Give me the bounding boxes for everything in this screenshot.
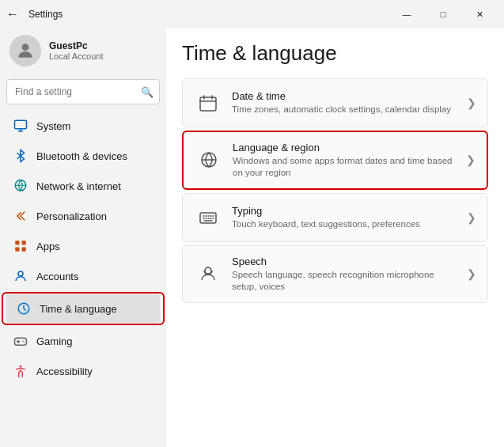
back-button[interactable]: ← (6, 7, 19, 21)
datetime-desc: Time zones, automatic clock settings, ca… (232, 104, 460, 116)
speech-desc: Speech language, speech recognition micr… (232, 269, 460, 293)
typing-icon (194, 203, 222, 232)
speech-icon (194, 259, 222, 288)
system-icon (13, 118, 28, 134)
svg-rect-5 (22, 248, 26, 252)
maximize-button[interactable]: □ (425, 2, 461, 27)
page-title: Time & language (182, 41, 488, 66)
window-title: Settings (28, 9, 63, 20)
setting-language[interactable]: Language & region Windows and some apps … (182, 131, 488, 190)
sidebar-item-apps[interactable]: Apps (3, 232, 163, 260)
sidebar: GuestPc Local Account 🔍 System (0, 28, 166, 447)
svg-point-15 (205, 267, 211, 274)
language-desc: Windows and some apps format dates and t… (233, 155, 460, 179)
setting-typing[interactable]: Typing Touch keyboard, text suggestions,… (182, 193, 488, 242)
sidebar-item-accounts-label: Accounts (36, 271, 78, 282)
network-icon (13, 178, 28, 194)
speech-text: Speech Speech language, speech recogniti… (232, 256, 460, 293)
user-info: GuestPc Local Account (49, 40, 104, 61)
svg-rect-12 (200, 97, 216, 111)
user-name: GuestPc (49, 40, 104, 51)
search-icon: 🔍 (141, 86, 153, 98)
language-text: Language & region Windows and some apps … (233, 142, 460, 179)
setting-speech[interactable]: Speech Speech language, speech recogniti… (182, 245, 488, 303)
speech-chevron: ❯ (467, 267, 476, 280)
search-input[interactable] (6, 79, 160, 104)
gaming-icon (13, 333, 28, 349)
datetime-text: Date & time Time zones, automatic clock … (232, 90, 460, 116)
user-account: Local Account (49, 51, 104, 61)
sidebar-item-apps-label: Apps (36, 241, 60, 252)
user-section: GuestPc Local Account (0, 28, 166, 76)
setting-datetime[interactable]: Date & time Time zones, automatic clock … (182, 78, 488, 127)
sidebar-item-system[interactable]: System (3, 112, 163, 140)
title-bar: ← Settings — □ ✕ (0, 0, 504, 28)
language-icon (195, 146, 223, 174)
apps-icon (13, 238, 28, 254)
datetime-icon (194, 89, 222, 117)
minimize-button[interactable]: — (388, 2, 425, 27)
typing-text: Typing Touch keyboard, text suggestions,… (232, 205, 460, 230)
datetime-title: Date & time (232, 90, 460, 102)
main-content: Time & language Date & time Time zones, … (166, 28, 504, 447)
datetime-chevron: ❯ (467, 97, 476, 109)
language-title: Language & region (233, 142, 460, 153)
svg-point-10 (24, 342, 25, 343)
content-area: GuestPc Local Account 🔍 System (0, 28, 504, 447)
sidebar-item-gaming-label: Gaming (36, 335, 73, 347)
sidebar-item-time-label: Time & language (40, 303, 117, 315)
settings-window: ← Settings — □ ✕ GuestPc Local Acco (0, 0, 504, 447)
sidebar-item-personalization-label: Personalization (36, 210, 107, 222)
typing-title: Typing (232, 205, 460, 217)
sidebar-item-accessibility[interactable]: Accessibility (3, 357, 163, 385)
language-chevron: ❯ (466, 153, 476, 166)
time-icon (16, 301, 32, 316)
sidebar-item-network[interactable]: Network & internet (3, 172, 163, 200)
sidebar-item-time[interactable]: Time & language (6, 294, 160, 323)
sidebar-item-personalization[interactable]: Personalization (3, 202, 163, 230)
speech-title: Speech (232, 256, 460, 267)
svg-point-6 (18, 271, 23, 276)
time-language-highlight: Time & language (2, 292, 165, 325)
svg-point-11 (20, 366, 22, 368)
svg-rect-2 (15, 241, 19, 244)
close-button[interactable]: ✕ (461, 2, 498, 27)
typing-desc: Touch keyboard, text suggestions, prefer… (232, 218, 460, 230)
accessibility-icon (13, 363, 28, 379)
svg-point-0 (22, 44, 29, 51)
bluetooth-icon (13, 148, 28, 164)
sidebar-item-accounts[interactable]: Accounts (3, 262, 163, 290)
title-bar-left: ← Settings (6, 7, 63, 21)
sidebar-item-network-label: Network & internet (36, 180, 121, 192)
svg-rect-3 (22, 241, 26, 244)
svg-point-9 (22, 340, 24, 342)
sidebar-item-accessibility-label: Accessibility (36, 366, 93, 377)
window-controls: — □ ✕ (388, 2, 498, 27)
sidebar-item-gaming[interactable]: Gaming (3, 327, 163, 355)
sidebar-item-system-label: System (36, 120, 70, 132)
sidebar-item-bluetooth-label: Bluetooth & devices (36, 150, 127, 162)
svg-rect-4 (15, 248, 19, 252)
svg-rect-1 (15, 120, 27, 129)
avatar (9, 35, 41, 66)
search-box: 🔍 (6, 79, 160, 104)
typing-chevron: ❯ (467, 211, 476, 224)
sidebar-item-bluetooth[interactable]: Bluetooth & devices (3, 142, 163, 170)
personalization-icon (13, 208, 28, 224)
accounts-icon (13, 268, 28, 284)
